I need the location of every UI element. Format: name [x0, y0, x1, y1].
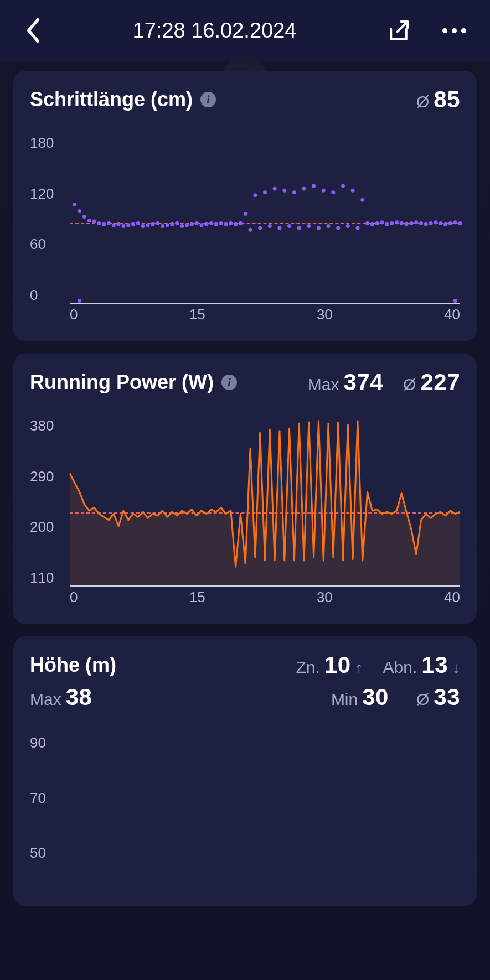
- svg-point-38: [258, 226, 262, 230]
- elev-header-row1: Höhe (m) Zn. 10 ↑ Abn. 13 ↓: [30, 652, 460, 678]
- share-button[interactable]: [385, 17, 412, 44]
- power-avg: Ø 227: [403, 369, 460, 396]
- more-button[interactable]: [440, 17, 468, 44]
- svg-point-77: [448, 221, 452, 225]
- min-label: Min: [331, 690, 358, 709]
- page-title: 17:28 16.02.2024: [133, 19, 297, 43]
- power-max-value: 374: [344, 369, 384, 396]
- x-tick: 30: [317, 306, 333, 323]
- gain-label: Zn.: [296, 658, 319, 677]
- power-max: Max 374: [308, 369, 383, 396]
- stride-avg-value: 85: [434, 86, 460, 113]
- power-x-ticks: 0 15 30 40: [70, 589, 460, 605]
- svg-point-60: [365, 221, 369, 225]
- power-plot-area: [70, 417, 460, 587]
- svg-point-9: [117, 222, 121, 226]
- svg-point-66: [395, 220, 399, 224]
- top-bar: 17:28 16.02.2024: [0, 0, 490, 61]
- divider: [30, 723, 460, 723]
- svg-point-64: [385, 222, 389, 226]
- stride-series: [70, 134, 460, 303]
- svg-point-55: [341, 184, 345, 188]
- svg-point-57: [351, 189, 355, 193]
- y-tick: 200: [30, 518, 63, 536]
- stride-y-ticks: 180 120 60 0: [30, 134, 63, 304]
- y-tick: 90: [30, 734, 63, 751]
- svg-point-12: [131, 222, 135, 226]
- svg-point-74: [434, 220, 437, 224]
- svg-point-5: [97, 221, 101, 225]
- elev-chart[interactable]: 90 70 50: [30, 734, 460, 862]
- svg-point-33: [234, 222, 238, 226]
- svg-point-25: [195, 221, 199, 225]
- card-running-power: Running Power (W) i Max 374 Ø 227 380 29…: [13, 354, 477, 624]
- svg-point-50: [317, 226, 321, 230]
- svg-point-48: [307, 224, 311, 228]
- svg-point-62: [375, 221, 379, 225]
- svg-point-73: [429, 221, 433, 225]
- svg-point-53: [331, 190, 335, 194]
- power-avg-value: 227: [420, 369, 460, 396]
- max-label: Max: [308, 375, 339, 394]
- loss-label: Abn.: [383, 658, 417, 677]
- svg-point-71: [419, 221, 423, 225]
- svg-point-61: [370, 222, 374, 226]
- y-tick: 380: [30, 417, 63, 434]
- y-tick: 120: [30, 185, 63, 203]
- svg-point-31: [224, 222, 228, 226]
- svg-point-15: [146, 223, 150, 227]
- svg-point-18: [161, 224, 164, 228]
- x-tick: 15: [189, 589, 205, 605]
- svg-point-42: [277, 226, 281, 230]
- y-tick: 60: [30, 236, 63, 253]
- stride-plot-area: [70, 134, 460, 304]
- svg-point-52: [327, 224, 331, 228]
- more-dots-icon: [442, 28, 466, 33]
- svg-point-17: [156, 221, 159, 225]
- elev-min: Min 30: [331, 684, 389, 711]
- x-tick: 0: [70, 589, 78, 605]
- svg-point-10: [121, 224, 125, 228]
- svg-point-0: [73, 203, 76, 206]
- x-tick: 40: [444, 306, 460, 323]
- y-tick: 70: [30, 790, 63, 807]
- svg-point-1: [78, 209, 81, 213]
- svg-point-7: [107, 221, 111, 225]
- svg-point-58: [355, 226, 359, 230]
- divider: [30, 406, 460, 406]
- elev-gain: Zn. 10 ↑: [296, 652, 363, 678]
- svg-point-13: [136, 221, 140, 225]
- card-stride-length: Schrittlänge (cm) i Ø 85 180 120 60 0 0: [13, 71, 477, 341]
- svg-point-65: [390, 221, 394, 225]
- content-scroll[interactable]: Schrittlänge (cm) i Ø 85 180 120 60 0 0: [0, 61, 490, 928]
- svg-point-68: [405, 222, 409, 226]
- svg-point-79: [458, 221, 462, 225]
- stride-header: Schrittlänge (cm) i Ø 85: [30, 86, 460, 113]
- svg-point-16: [151, 222, 154, 226]
- elev-min-value: 30: [362, 684, 389, 711]
- back-button[interactable]: [22, 19, 44, 42]
- elev-loss-value: 13: [421, 652, 448, 678]
- svg-point-69: [409, 221, 413, 225]
- stride-chart[interactable]: 180 120 60 0 0 15 30 40: [30, 134, 460, 323]
- svg-point-26: [199, 223, 203, 227]
- power-chart[interactable]: 380 290 200 110 0 15 30 40: [30, 417, 460, 605]
- svg-point-14: [141, 224, 145, 228]
- svg-point-67: [400, 221, 404, 225]
- elev-max: Max 38: [30, 684, 92, 711]
- svg-point-75: [439, 221, 442, 225]
- x-tick: 40: [444, 589, 460, 605]
- svg-point-28: [209, 221, 213, 225]
- power-header: Running Power (W) i Max 374 Ø 227: [30, 369, 460, 396]
- power-series: [70, 417, 460, 585]
- x-tick: 0: [70, 306, 78, 323]
- elev-avg: Ø 33: [416, 684, 460, 711]
- info-icon[interactable]: i: [221, 375, 237, 390]
- info-icon[interactable]: i: [200, 92, 216, 107]
- y-tick: 0: [30, 287, 63, 304]
- y-tick: 290: [30, 468, 63, 485]
- avg-label: Ø: [403, 375, 416, 394]
- svg-point-4: [92, 220, 96, 224]
- svg-point-20: [171, 222, 174, 226]
- avg-label: Ø: [416, 690, 429, 709]
